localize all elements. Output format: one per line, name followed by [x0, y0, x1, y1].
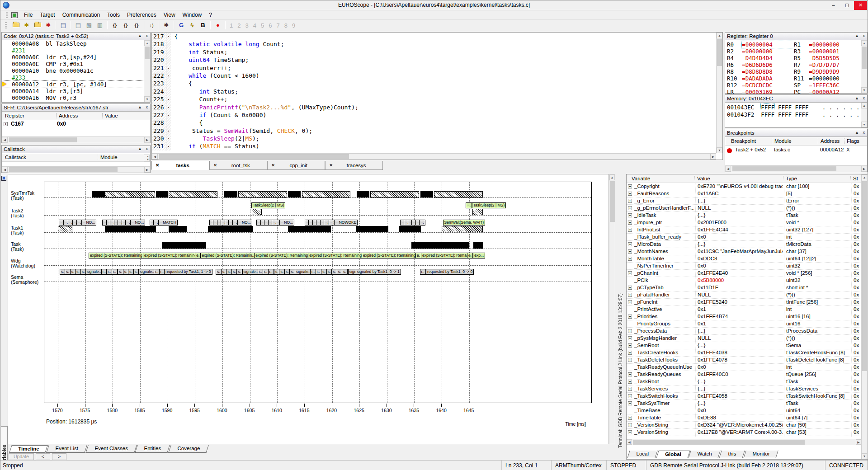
editor-line[interactable]: 226· PanicPrintf("\nTask2...%d", (UMaxTy…	[152, 103, 722, 111]
step-into-icon[interactable]: {}	[110, 21, 120, 30]
event-annotation[interactable]: =.	[466, 202, 472, 208]
register-value[interactable]: =00000000	[809, 75, 861, 82]
event-annotation[interactable]: SemWait(Sema, WAIT)	[443, 220, 486, 226]
open-source-icon[interactable]	[11, 21, 21, 30]
memory-word[interactable]: FFFF	[778, 104, 792, 111]
panel-buttons[interactable]: ▲ x	[855, 130, 866, 135]
expand-icon[interactable]: +	[628, 336, 632, 340]
scroll-down-icon[interactable]: ▼	[861, 122, 867, 127]
variable-row[interactable]: _TimeBase0x0uint640x	[627, 407, 861, 414]
expand-icon[interactable]: +	[628, 401, 632, 405]
event-annotation[interactable]: r..	[316, 269, 321, 275]
disassembly-line[interactable]: 00000A08 bl TaskSleep	[2, 40, 144, 47]
break-icon[interactable]: B	[198, 21, 208, 30]
minimize-button[interactable]: –	[827, 1, 840, 10]
scroll-right-icon[interactable]: ▶	[144, 167, 150, 173]
event-annotation[interactable]: = NO...	[237, 220, 252, 226]
expand-icon[interactable]: +	[628, 329, 632, 333]
spinner-icon[interactable]: ▲▼	[144, 155, 150, 162]
tab-local[interactable]: Local	[627, 451, 657, 458]
run-level-4[interactable]: 4	[253, 22, 256, 29]
event-annotation[interactable]: expired (S-STATE); Remaining 0	[254, 253, 312, 258]
sfr-row[interactable]: + C167 0x0	[2, 121, 150, 128]
register-value[interactable]: =00000004	[742, 41, 794, 48]
panel-buttons[interactable]: ▲ x	[855, 96, 866, 100]
event-annotation[interactable]: signaled by Task1; 0 -> 1	[356, 269, 401, 275]
run-to-cursor-icon[interactable]: ↓)	[146, 21, 156, 30]
editor-line[interactable]: 227· if (Count & 0x0080)	[152, 111, 722, 119]
register-row[interactable]: R8=D8D8D8D8R9=D9D9D9D9	[725, 68, 861, 75]
event-annotation[interactable]: r..	[112, 269, 118, 275]
memory-scrollbar[interactable]: ▲ ▼	[861, 103, 867, 127]
disassembly-line[interactable]: #233	[2, 74, 144, 81]
register-value[interactable]: =D4D4D4D4	[742, 55, 794, 61]
scroll-left-icon[interactable]: ◀	[2, 167, 8, 173]
disassembly-line[interactable]: #231	[2, 47, 144, 54]
expand-icon[interactable]: +	[628, 372, 632, 376]
expand-icon[interactable]: +	[628, 221, 632, 225]
event-annotation[interactable]: = NOWOKE	[334, 220, 358, 226]
toolbar-grip[interactable]	[6, 12, 8, 18]
code-panel-header[interactable]: Code: 0xA12 (tasks.c: Task2 + 0x52)	[2, 33, 150, 40]
expand-icon[interactable]: +	[628, 300, 632, 304]
tab-monitor[interactable]: Monitor	[744, 451, 779, 458]
menu-item-communication[interactable]: Communication	[59, 11, 104, 19]
timeline-view[interactable]: TaskSleep(2 | MS)=.TaskSleep(2 | MS)=.=.…	[8, 174, 609, 444]
variable-row[interactable]: +_pFatalHandlerNULL(*)()0x	[627, 291, 861, 299]
variable-row[interactable]: +_TaskRoot{...}tTask0x	[627, 378, 861, 385]
register-row[interactable]: R4=D4D4D4D4R5=D5D5D5D5	[725, 55, 861, 61]
close-tab-icon[interactable]: ✕	[268, 163, 278, 168]
code-scrollbar[interactable]: ▲ ▼	[144, 40, 150, 102]
disassembly-line[interactable]: 00000A10 bne 0x00000a1c	[2, 67, 144, 74]
scroll-up-icon[interactable]: ▲	[717, 33, 722, 38]
scroll-down-icon[interactable]: ▼	[144, 96, 150, 102]
register-value[interactable]: =D7D7D7D7	[809, 61, 861, 68]
disassembly-line[interactable]: 00000A0C ldr r3,[sp,#24]	[2, 54, 144, 61]
menu-item-view[interactable]: View	[160, 11, 179, 19]
register-row[interactable]: R12=DCDCDCDCSP=1FFEC36C	[725, 82, 861, 89]
variable-row[interactable]: +_g_Error{...}tError0x	[627, 197, 861, 205]
tab-tasks[interactable]: ✕tasks	[151, 161, 209, 170]
callstack-hscrollbar[interactable]: ◀ ▶	[2, 166, 150, 173]
variable-row[interactable]: +_Priorities0x1FFE4B74uint16 [16]0x	[627, 313, 861, 320]
flash-target-icon[interactable]: ✱	[22, 21, 32, 30]
next-button[interactable]: >	[52, 453, 66, 460]
variable-row[interactable]: _NsPerTimerIncr0x0uint320x	[627, 263, 861, 270]
register-value[interactable]: =1FFEC36C	[809, 82, 861, 89]
editor-line[interactable]: 217· {	[152, 33, 722, 40]
expand-icon[interactable]: +	[628, 343, 632, 348]
expand-icon[interactable]: +	[628, 206, 632, 210]
disassembly-line[interactable]: 00000A14 ldr r3,[r3]	[2, 88, 144, 94]
sfr-columns[interactable]: Register Address Value	[2, 112, 150, 120]
panel-buttons[interactable]: ▲ x	[138, 33, 149, 38]
editor-line[interactable]: 230· TaskSleep(2|MS);	[152, 135, 722, 142]
register-value[interactable]: =D9D9D9D9	[809, 68, 861, 75]
tab-event-list[interactable]: Event List	[47, 445, 87, 453]
scroll-up-icon[interactable]: ▲	[609, 174, 615, 180]
scroll-left-icon[interactable]: ◀	[725, 166, 731, 172]
run-level-2[interactable]: 2	[237, 22, 241, 29]
register-row[interactable]: R0=00000004R1=00000000	[725, 41, 861, 48]
run-level-7[interactable]: 7	[276, 22, 279, 29]
variable-row[interactable]: +_IdleTask{...}tTask0x	[627, 212, 861, 219]
event-annotation[interactable]: e.	[415, 253, 421, 258]
expand-icon[interactable]: +	[628, 228, 632, 232]
memory-word[interactable]: FFFF	[778, 111, 792, 118]
expand-icon[interactable]: +	[628, 430, 632, 434]
variable-row[interactable]: +_MonthNames0x11C9C "JanFebMarAprMayJunJ…	[627, 248, 861, 255]
scroll-up-icon[interactable]: ▲	[861, 103, 867, 108]
memory-word[interactable]: FFFF	[795, 104, 809, 111]
event-annotation[interactable]: = MATCH	[158, 220, 178, 226]
event-annotation[interactable]: expired (S-STATE); Remaining 0	[308, 253, 366, 258]
editor-line[interactable]: 229· Status = SemWait(SemId, CHECK, 0);	[152, 127, 722, 135]
variables-columns[interactable]: Variable Value Type St	[627, 174, 861, 183]
memory-panel-header[interactable]: Memory: 0x1043EC	[725, 95, 867, 103]
editor-line[interactable]: 221· counterr++;	[152, 64, 722, 72]
register-row[interactable]: R6=D6D6D6D6R7=D7D7D7D7	[725, 61, 861, 68]
halt-icon[interactable]: ϟ	[187, 21, 197, 30]
event-annotation[interactable]: e.	[195, 253, 201, 258]
event-annotation[interactable]: = NO...	[81, 220, 96, 226]
editor-hscrollbar[interactable]: ◀ ▶	[152, 153, 716, 160]
close-button[interactable]: ✕	[854, 1, 867, 10]
variable-row[interactable]: +_FaultReasons0x11A6C[5]0x	[627, 190, 861, 197]
